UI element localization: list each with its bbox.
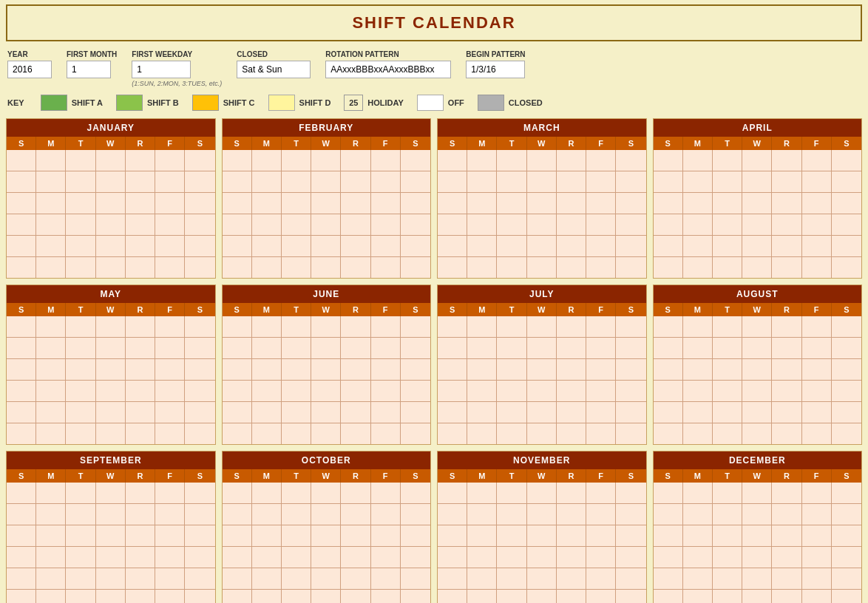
- jan-day: [155, 171, 185, 192]
- dh-jan-f: F: [155, 137, 185, 150]
- jan-day: [96, 214, 126, 235]
- off-label: OFF: [448, 98, 464, 107]
- dh-mar-m: M: [467, 137, 497, 150]
- jan-day: [7, 150, 36, 171]
- feb-day: [311, 236, 341, 256]
- feb-day: [223, 236, 252, 256]
- first-month-label: FIRST MONTH: [67, 50, 117, 58]
- shift-c-swatch: [192, 95, 219, 111]
- calendar-row-3: SEPTEMBER SMTWRFS OCTOBER SMTWRFS: [6, 451, 862, 603]
- calendar-body-march: [438, 150, 646, 278]
- feb-week-2: [223, 171, 431, 193]
- jan-day: [7, 171, 36, 192]
- month-header-november: NOVEMBER: [438, 452, 646, 469]
- feb-day: [371, 257, 401, 278]
- first-month-input[interactable]: [67, 61, 111, 78]
- calendar-body-september: [7, 483, 215, 603]
- day-headers-january: S M T W R F S: [7, 137, 215, 150]
- jan-day: [155, 257, 185, 278]
- jan-day: [36, 171, 66, 192]
- calendar-body-june: [223, 316, 431, 444]
- feb-day: [401, 150, 430, 171]
- calendar-body-may: [7, 316, 215, 444]
- jan-day: [66, 236, 95, 256]
- jan-day: [155, 236, 185, 256]
- feb-day: [252, 236, 282, 256]
- day-headers-october: SMTWRFS: [223, 469, 431, 483]
- first-weekday-input[interactable]: [132, 61, 191, 78]
- feb-day: [341, 193, 370, 214]
- feb-day: [311, 214, 341, 235]
- calendar-body-january: [7, 150, 215, 278]
- closed-group: CLOSED: [237, 50, 311, 78]
- dh-feb-f: F: [371, 137, 401, 150]
- closed-swatch: [478, 95, 504, 111]
- month-header-march: MARCH: [438, 119, 646, 137]
- month-september: SEPTEMBER SMTWRFS: [6, 451, 216, 603]
- dh-feb-s1: S: [223, 137, 252, 150]
- dh-jan-s2: S: [185, 137, 214, 150]
- closed-label-key: CLOSED: [509, 98, 543, 107]
- dh-jan-s1: S: [7, 137, 36, 150]
- feb-day: [371, 193, 401, 214]
- month-header-september: SEPTEMBER: [7, 452, 215, 469]
- calendar-body-december: [654, 483, 862, 603]
- feb-day: [401, 193, 430, 214]
- month-june: JUNE SMTWRFS: [222, 285, 432, 445]
- jan-day: [66, 193, 95, 214]
- day-headers-august: SMTWRFS: [654, 303, 862, 316]
- shift-a-label: SHIFT A: [72, 98, 103, 107]
- jan-day: [36, 193, 66, 214]
- key-item-off: OFF: [417, 95, 464, 111]
- key-item-closed: CLOSED: [478, 95, 543, 111]
- closed-input[interactable]: [237, 61, 311, 78]
- jan-day: [185, 257, 214, 278]
- month-july: JULY SMTWRFS: [437, 285, 647, 445]
- dh-mar-s2: S: [616, 137, 645, 150]
- month-may: MAY SMTWRFS: [6, 285, 216, 445]
- mar-week-2: [438, 171, 646, 193]
- closed-label: CLOSED: [237, 50, 311, 58]
- feb-day: [252, 193, 282, 214]
- jan-day: [96, 193, 126, 214]
- feb-week-6: [223, 257, 431, 278]
- feb-day: [282, 150, 311, 171]
- day-headers-july: SMTWRFS: [438, 303, 646, 316]
- holiday-swatch: 25: [344, 95, 363, 111]
- jan-day: [126, 193, 155, 214]
- month-header-january: JANUARY: [7, 119, 215, 137]
- begin-input[interactable]: [466, 61, 525, 78]
- dh-jan-m: M: [36, 137, 66, 150]
- feb-week-4: [223, 214, 431, 236]
- dh-mar-s1: S: [438, 137, 467, 150]
- jan-day: [126, 171, 155, 192]
- feb-day: [341, 236, 370, 256]
- jan-day: [126, 257, 155, 278]
- shift-b-label: SHIFT B: [147, 98, 179, 107]
- dh-jan-r: R: [126, 137, 155, 150]
- calendar-body-april: [654, 150, 862, 278]
- jan-week-5: [7, 236, 215, 257]
- jan-day: [7, 214, 36, 235]
- jan-day: [126, 150, 155, 171]
- feb-day: [282, 214, 311, 235]
- year-input[interactable]: [7, 61, 52, 78]
- feb-day: [311, 150, 341, 171]
- feb-day: [311, 171, 341, 192]
- feb-day: [282, 236, 311, 256]
- rotation-input[interactable]: [325, 61, 451, 78]
- dh-feb-m: M: [252, 137, 282, 150]
- begin-pattern-group: BEGIN PATTERN: [466, 50, 525, 78]
- dh-feb-t1: T: [282, 137, 311, 150]
- month-august: AUGUST SMTWRFS: [653, 285, 863, 445]
- month-header-december: DECEMBER: [654, 452, 862, 469]
- day-headers-march: SMTWRFS: [438, 137, 646, 150]
- day-headers-june: SMTWRFS: [223, 303, 431, 316]
- calendar-body-july: [438, 316, 646, 444]
- feb-day: [223, 171, 252, 192]
- jan-day: [7, 236, 36, 256]
- feb-week-1: [223, 150, 431, 171]
- off-swatch: [417, 95, 444, 111]
- begin-label: BEGIN PATTERN: [466, 50, 525, 58]
- jan-day: [36, 214, 66, 235]
